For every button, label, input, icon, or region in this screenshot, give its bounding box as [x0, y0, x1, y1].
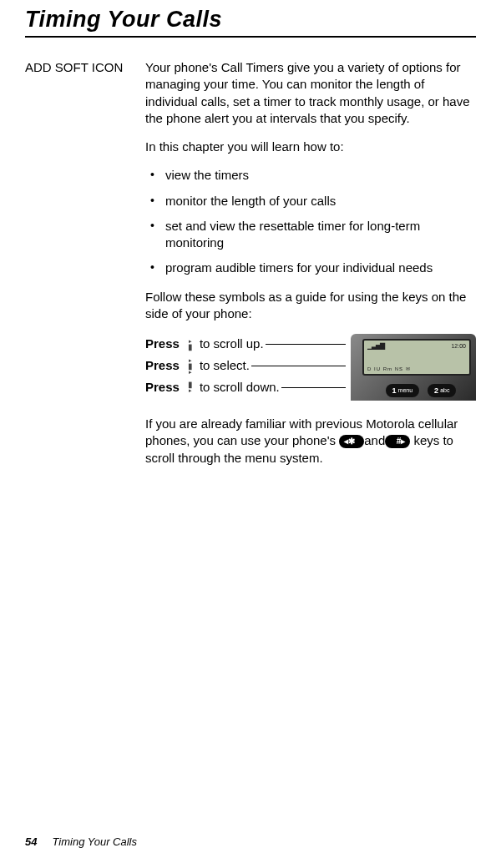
body-column: Your phone's Call Timers give you a vari… — [145, 59, 476, 478]
star-key-icon: ◂✱ — [339, 435, 364, 448]
select-icon: ▸▮▸ — [185, 358, 196, 373]
title-rule — [25, 36, 476, 38]
familiar-and: and — [364, 433, 385, 447]
hash-key-icon: #▸ — [385, 435, 410, 448]
content-row: ADD SOFT ICON Your phone's Call Timers g… — [25, 59, 476, 478]
list-item: set and view the resettable timer for lo… — [145, 218, 476, 252]
footer-title: Timing Your Calls — [52, 835, 137, 848]
page-number: 54 — [25, 835, 37, 848]
page-footer: 54 Timing Your Calls — [25, 835, 137, 848]
phone-keys: 1menu 2abc — [374, 384, 468, 397]
phone-key-1: 1menu — [386, 384, 420, 397]
intro-paragraph: Your phone's Call Timers give you a vari… — [145, 59, 476, 127]
connector-line — [281, 387, 346, 388]
bullet-list: view the timers monitor the length of yo… — [145, 167, 476, 276]
press-up-text: to scroll up. — [200, 336, 264, 352]
press-row-up: Press ▸▮ to scroll up. — [145, 335, 346, 353]
phone-key-2: 2abc — [428, 384, 456, 397]
learn-lead: In this chapter you will learn how to: — [145, 139, 476, 155]
press-row-down: Press ▮▸ to scroll down. — [145, 378, 346, 396]
familiar-paragraph: If you are already familiar with previou… — [145, 416, 476, 467]
press-select-text: to select. — [200, 357, 250, 374]
list-item: view the timers — [145, 167, 476, 184]
press-label: Press — [145, 336, 180, 352]
connector-line — [266, 344, 346, 345]
status-line: D IU Rm NS ✉ — [367, 366, 466, 372]
press-down-text: to scroll down. — [200, 379, 280, 396]
scroll-down-icon: ▮▸ — [185, 380, 196, 395]
press-label: Press — [145, 357, 180, 374]
clock-text: 12:00 — [451, 342, 466, 350]
list-item: program audible timers for your individu… — [145, 260, 476, 276]
connector-line — [251, 366, 346, 366]
margin-note: ADD SOFT ICON — [25, 59, 125, 478]
phone-screen: ▁▃▅▇ 12:00 D IU Rm NS ✉ — [362, 339, 471, 376]
press-row-select: Press ▸▮▸ to select. — [145, 356, 346, 375]
press-diagram: Press ▸▮ to scroll up. Press ▸▮▸ to sele… — [145, 334, 476, 401]
phone-illustration: ▁▃▅▇ 12:00 D IU Rm NS ✉ 1menu 2abc — [351, 334, 476, 401]
press-label: Press — [145, 379, 180, 396]
page-title: Timing Your Calls — [25, 7, 476, 36]
press-lines: Press ▸▮ to scroll up. Press ▸▮▸ to sele… — [145, 335, 346, 400]
scroll-up-icon: ▸▮ — [185, 336, 196, 351]
signal-icon: ▁▃▅▇ — [367, 342, 384, 351]
follow-symbols-paragraph: Follow these symbols as a guide for usin… — [145, 289, 476, 323]
list-item: monitor the length of your calls — [145, 193, 476, 209]
